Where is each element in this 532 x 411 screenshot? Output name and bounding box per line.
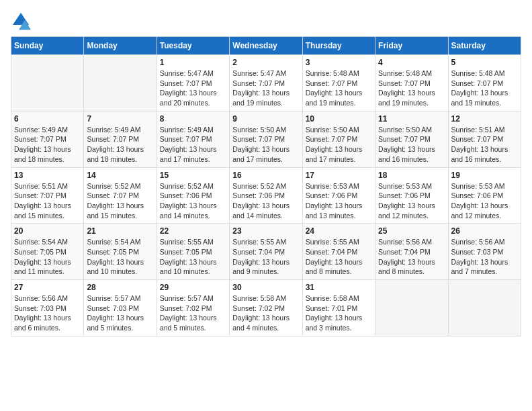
col-header-sunday: Sunday <box>11 37 84 55</box>
day-number: 21 <box>87 226 153 236</box>
day-cell: 21Sunrise: 5:54 AM Sunset: 7:05 PM Dayli… <box>84 224 157 280</box>
col-header-wednesday: Wednesday <box>230 37 302 55</box>
day-info: Sunrise: 5:55 AM Sunset: 7:04 PM Dayligh… <box>232 237 299 277</box>
day-cell: 2Sunrise: 5:47 AM Sunset: 7:07 PM Daylig… <box>230 55 302 111</box>
day-cell: 1Sunrise: 5:47 AM Sunset: 7:07 PM Daylig… <box>157 55 229 111</box>
day-cell: 6Sunrise: 5:49 AM Sunset: 7:07 PM Daylig… <box>11 111 84 167</box>
day-info: Sunrise: 5:53 AM Sunset: 7:06 PM Dayligh… <box>378 181 445 221</box>
day-cell: 27Sunrise: 5:56 AM Sunset: 7:03 PM Dayli… <box>11 280 84 336</box>
day-info: Sunrise: 5:48 AM Sunset: 7:07 PM Dayligh… <box>306 68 372 108</box>
day-info: Sunrise: 5:49 AM Sunset: 7:07 PM Dayligh… <box>160 125 226 165</box>
day-cell: 31Sunrise: 5:58 AM Sunset: 7:01 PM Dayli… <box>302 280 375 336</box>
day-info: Sunrise: 5:51 AM Sunset: 7:07 PM Dayligh… <box>14 181 81 221</box>
day-number: 8 <box>160 114 226 124</box>
day-info: Sunrise: 5:55 AM Sunset: 7:05 PM Dayligh… <box>160 237 226 277</box>
day-info: Sunrise: 5:57 AM Sunset: 7:03 PM Dayligh… <box>87 293 153 333</box>
logo <box>11 11 35 31</box>
day-number: 7 <box>87 114 153 124</box>
day-number: 3 <box>306 58 372 67</box>
logo-icon <box>11 11 31 31</box>
day-info: Sunrise: 5:52 AM Sunset: 7:06 PM Dayligh… <box>232 181 299 221</box>
day-cell: 28Sunrise: 5:57 AM Sunset: 7:03 PM Dayli… <box>84 280 157 336</box>
day-cell: 15Sunrise: 5:52 AM Sunset: 7:06 PM Dayli… <box>157 167 229 224</box>
day-info: Sunrise: 5:48 AM Sunset: 7:07 PM Dayligh… <box>378 68 445 108</box>
day-number: 29 <box>160 283 226 292</box>
day-info: Sunrise: 5:49 AM Sunset: 7:07 PM Dayligh… <box>87 125 153 165</box>
week-row-2: 6Sunrise: 5:49 AM Sunset: 7:07 PM Daylig… <box>11 111 521 167</box>
day-cell: 25Sunrise: 5:56 AM Sunset: 7:04 PM Dayli… <box>375 224 448 280</box>
day-info: Sunrise: 5:50 AM Sunset: 7:07 PM Dayligh… <box>378 125 445 165</box>
day-info: Sunrise: 5:55 AM Sunset: 7:04 PM Dayligh… <box>306 237 372 277</box>
day-number: 6 <box>14 114 81 124</box>
day-cell: 10Sunrise: 5:50 AM Sunset: 7:07 PM Dayli… <box>302 111 375 167</box>
page-header <box>11 11 521 31</box>
day-cell: 16Sunrise: 5:52 AM Sunset: 7:06 PM Dayli… <box>230 167 302 224</box>
day-info: Sunrise: 5:48 AM Sunset: 7:07 PM Dayligh… <box>451 68 518 108</box>
day-info: Sunrise: 5:52 AM Sunset: 7:06 PM Dayligh… <box>160 181 226 221</box>
col-header-monday: Monday <box>84 37 157 55</box>
day-info: Sunrise: 5:57 AM Sunset: 7:02 PM Dayligh… <box>160 293 226 333</box>
week-row-5: 27Sunrise: 5:56 AM Sunset: 7:03 PM Dayli… <box>11 280 521 336</box>
day-cell: 22Sunrise: 5:55 AM Sunset: 7:05 PM Dayli… <box>157 224 229 280</box>
day-number: 17 <box>306 171 372 180</box>
day-number: 28 <box>87 283 153 292</box>
day-cell: 17Sunrise: 5:53 AM Sunset: 7:06 PM Dayli… <box>302 167 375 224</box>
day-info: Sunrise: 5:52 AM Sunset: 7:07 PM Dayligh… <box>87 181 153 221</box>
col-header-saturday: Saturday <box>448 37 521 55</box>
day-info: Sunrise: 5:56 AM Sunset: 7:03 PM Dayligh… <box>451 237 518 277</box>
day-cell: 13Sunrise: 5:51 AM Sunset: 7:07 PM Dayli… <box>11 167 84 224</box>
day-number: 19 <box>451 171 518 180</box>
day-number: 25 <box>378 226 445 236</box>
day-number: 24 <box>306 226 372 236</box>
day-number: 18 <box>378 171 445 180</box>
calendar-table: SundayMondayTuesdayWednesdayThursdayFrid… <box>11 36 521 336</box>
day-cell: 20Sunrise: 5:54 AM Sunset: 7:05 PM Dayli… <box>11 224 84 280</box>
day-cell <box>11 55 84 111</box>
day-number: 23 <box>232 226 299 236</box>
day-info: Sunrise: 5:54 AM Sunset: 7:05 PM Dayligh… <box>14 237 81 277</box>
day-info: Sunrise: 5:49 AM Sunset: 7:07 PM Dayligh… <box>14 125 81 165</box>
day-cell: 30Sunrise: 5:58 AM Sunset: 7:02 PM Dayli… <box>230 280 302 336</box>
day-info: Sunrise: 5:47 AM Sunset: 7:07 PM Dayligh… <box>232 68 299 108</box>
day-cell: 29Sunrise: 5:57 AM Sunset: 7:02 PM Dayli… <box>157 280 229 336</box>
week-row-4: 20Sunrise: 5:54 AM Sunset: 7:05 PM Dayli… <box>11 224 521 280</box>
day-number: 26 <box>451 226 518 236</box>
day-info: Sunrise: 5:50 AM Sunset: 7:07 PM Dayligh… <box>306 125 372 165</box>
day-number: 15 <box>160 171 226 180</box>
day-number: 1 <box>160 58 226 67</box>
day-number: 4 <box>378 58 445 67</box>
day-cell: 26Sunrise: 5:56 AM Sunset: 7:03 PM Dayli… <box>448 224 521 280</box>
day-number: 5 <box>451 58 518 67</box>
day-info: Sunrise: 5:58 AM Sunset: 7:02 PM Dayligh… <box>232 293 299 333</box>
day-info: Sunrise: 5:58 AM Sunset: 7:01 PM Dayligh… <box>306 293 372 333</box>
week-row-3: 13Sunrise: 5:51 AM Sunset: 7:07 PM Dayli… <box>11 167 521 224</box>
day-number: 12 <box>451 114 518 124</box>
col-header-tuesday: Tuesday <box>157 37 229 55</box>
col-header-thursday: Thursday <box>302 37 375 55</box>
day-info: Sunrise: 5:54 AM Sunset: 7:05 PM Dayligh… <box>87 237 153 277</box>
day-number: 14 <box>87 171 153 180</box>
day-info: Sunrise: 5:51 AM Sunset: 7:07 PM Dayligh… <box>451 125 518 165</box>
day-cell <box>375 280 448 336</box>
day-cell <box>448 280 521 336</box>
day-number: 27 <box>14 283 81 292</box>
day-info: Sunrise: 5:53 AM Sunset: 7:06 PM Dayligh… <box>306 181 372 221</box>
day-cell: 19Sunrise: 5:53 AM Sunset: 7:06 PM Dayli… <box>448 167 521 224</box>
day-number: 30 <box>232 283 299 292</box>
day-info: Sunrise: 5:56 AM Sunset: 7:04 PM Dayligh… <box>378 237 445 277</box>
day-number: 22 <box>160 226 226 236</box>
day-cell: 11Sunrise: 5:50 AM Sunset: 7:07 PM Dayli… <box>375 111 448 167</box>
day-cell: 23Sunrise: 5:55 AM Sunset: 7:04 PM Dayli… <box>230 224 302 280</box>
day-cell: 3Sunrise: 5:48 AM Sunset: 7:07 PM Daylig… <box>302 55 375 111</box>
col-header-friday: Friday <box>375 37 448 55</box>
day-number: 11 <box>378 114 445 124</box>
day-info: Sunrise: 5:53 AM Sunset: 7:06 PM Dayligh… <box>451 181 518 221</box>
day-number: 2 <box>232 58 299 67</box>
day-cell: 4Sunrise: 5:48 AM Sunset: 7:07 PM Daylig… <box>375 55 448 111</box>
week-row-1: 1Sunrise: 5:47 AM Sunset: 7:07 PM Daylig… <box>11 55 521 111</box>
day-cell <box>84 55 157 111</box>
day-cell: 5Sunrise: 5:48 AM Sunset: 7:07 PM Daylig… <box>448 55 521 111</box>
header-row: SundayMondayTuesdayWednesdayThursdayFrid… <box>11 37 521 55</box>
day-cell: 24Sunrise: 5:55 AM Sunset: 7:04 PM Dayli… <box>302 224 375 280</box>
day-number: 10 <box>306 114 372 124</box>
